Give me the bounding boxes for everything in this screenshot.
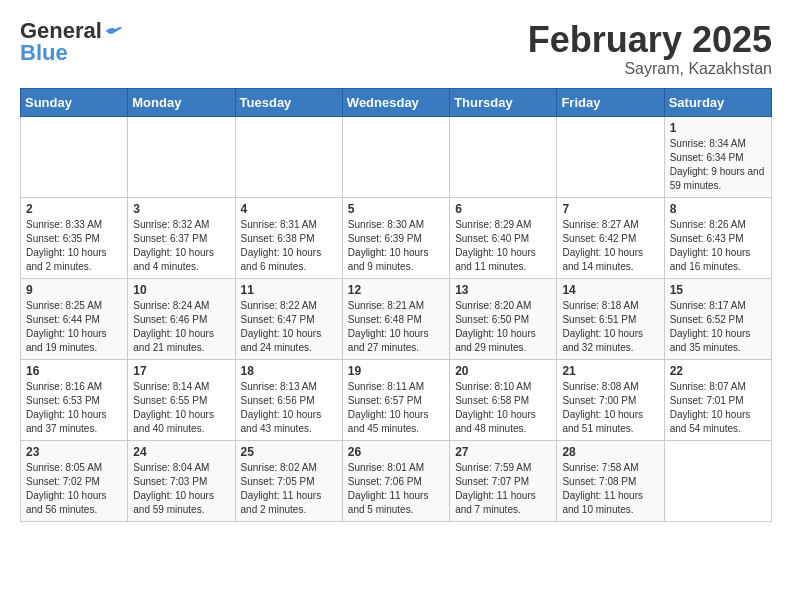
calendar-cell: 5Sunrise: 8:30 AM Sunset: 6:39 PM Daylig…	[342, 197, 449, 278]
calendar-week-5: 23Sunrise: 8:05 AM Sunset: 7:02 PM Dayli…	[21, 440, 772, 521]
calendar-week-4: 16Sunrise: 8:16 AM Sunset: 6:53 PM Dayli…	[21, 359, 772, 440]
calendar-week-1: 1Sunrise: 8:34 AM Sunset: 6:34 PM Daylig…	[21, 116, 772, 197]
day-info: Sunrise: 8:30 AM Sunset: 6:39 PM Dayligh…	[348, 218, 444, 274]
calendar-cell: 4Sunrise: 8:31 AM Sunset: 6:38 PM Daylig…	[235, 197, 342, 278]
calendar-cell: 6Sunrise: 8:29 AM Sunset: 6:40 PM Daylig…	[450, 197, 557, 278]
calendar-cell: 18Sunrise: 8:13 AM Sunset: 6:56 PM Dayli…	[235, 359, 342, 440]
day-number: 11	[241, 283, 337, 297]
calendar-body: 1Sunrise: 8:34 AM Sunset: 6:34 PM Daylig…	[21, 116, 772, 521]
day-number: 25	[241, 445, 337, 459]
day-info: Sunrise: 8:32 AM Sunset: 6:37 PM Dayligh…	[133, 218, 229, 274]
calendar-cell: 27Sunrise: 7:59 AM Sunset: 7:07 PM Dayli…	[450, 440, 557, 521]
calendar-cell: 7Sunrise: 8:27 AM Sunset: 6:42 PM Daylig…	[557, 197, 664, 278]
calendar-cell: 20Sunrise: 8:10 AM Sunset: 6:58 PM Dayli…	[450, 359, 557, 440]
calendar-cell: 10Sunrise: 8:24 AM Sunset: 6:46 PM Dayli…	[128, 278, 235, 359]
calendar-cell: 8Sunrise: 8:26 AM Sunset: 6:43 PM Daylig…	[664, 197, 771, 278]
day-number: 6	[455, 202, 551, 216]
calendar-cell	[664, 440, 771, 521]
day-number: 16	[26, 364, 122, 378]
calendar-table: SundayMondayTuesdayWednesdayThursdayFrid…	[20, 88, 772, 522]
day-number: 2	[26, 202, 122, 216]
day-number: 12	[348, 283, 444, 297]
calendar-cell: 15Sunrise: 8:17 AM Sunset: 6:52 PM Dayli…	[664, 278, 771, 359]
calendar-cell: 17Sunrise: 8:14 AM Sunset: 6:55 PM Dayli…	[128, 359, 235, 440]
day-info: Sunrise: 8:08 AM Sunset: 7:00 PM Dayligh…	[562, 380, 658, 436]
day-info: Sunrise: 8:05 AM Sunset: 7:02 PM Dayligh…	[26, 461, 122, 517]
weekday-header-saturday: Saturday	[664, 88, 771, 116]
day-info: Sunrise: 8:14 AM Sunset: 6:55 PM Dayligh…	[133, 380, 229, 436]
calendar-cell: 22Sunrise: 8:07 AM Sunset: 7:01 PM Dayli…	[664, 359, 771, 440]
day-number: 3	[133, 202, 229, 216]
day-info: Sunrise: 8:13 AM Sunset: 6:56 PM Dayligh…	[241, 380, 337, 436]
calendar-cell	[21, 116, 128, 197]
day-number: 17	[133, 364, 229, 378]
day-number: 22	[670, 364, 766, 378]
logo-blue-text: Blue	[20, 42, 68, 64]
day-info: Sunrise: 8:20 AM Sunset: 6:50 PM Dayligh…	[455, 299, 551, 355]
weekday-header-tuesday: Tuesday	[235, 88, 342, 116]
day-number: 4	[241, 202, 337, 216]
weekday-header-monday: Monday	[128, 88, 235, 116]
logo: General Blue	[20, 20, 124, 64]
day-number: 26	[348, 445, 444, 459]
month-title: February 2025	[528, 20, 772, 60]
day-number: 21	[562, 364, 658, 378]
calendar-cell: 11Sunrise: 8:22 AM Sunset: 6:47 PM Dayli…	[235, 278, 342, 359]
day-number: 13	[455, 283, 551, 297]
day-number: 14	[562, 283, 658, 297]
day-info: Sunrise: 8:27 AM Sunset: 6:42 PM Dayligh…	[562, 218, 658, 274]
calendar-cell: 24Sunrise: 8:04 AM Sunset: 7:03 PM Dayli…	[128, 440, 235, 521]
day-info: Sunrise: 8:01 AM Sunset: 7:06 PM Dayligh…	[348, 461, 444, 517]
day-info: Sunrise: 8:16 AM Sunset: 6:53 PM Dayligh…	[26, 380, 122, 436]
day-info: Sunrise: 8:18 AM Sunset: 6:51 PM Dayligh…	[562, 299, 658, 355]
calendar-cell: 1Sunrise: 8:34 AM Sunset: 6:34 PM Daylig…	[664, 116, 771, 197]
day-info: Sunrise: 8:17 AM Sunset: 6:52 PM Dayligh…	[670, 299, 766, 355]
calendar-week-3: 9Sunrise: 8:25 AM Sunset: 6:44 PM Daylig…	[21, 278, 772, 359]
page-header: General Blue February 2025 Sayram, Kazak…	[20, 20, 772, 78]
calendar-cell	[450, 116, 557, 197]
day-info: Sunrise: 8:02 AM Sunset: 7:05 PM Dayligh…	[241, 461, 337, 517]
day-info: Sunrise: 8:31 AM Sunset: 6:38 PM Dayligh…	[241, 218, 337, 274]
day-info: Sunrise: 8:10 AM Sunset: 6:58 PM Dayligh…	[455, 380, 551, 436]
calendar-cell: 23Sunrise: 8:05 AM Sunset: 7:02 PM Dayli…	[21, 440, 128, 521]
day-number: 15	[670, 283, 766, 297]
day-info: Sunrise: 8:34 AM Sunset: 6:34 PM Dayligh…	[670, 137, 766, 193]
day-info: Sunrise: 8:07 AM Sunset: 7:01 PM Dayligh…	[670, 380, 766, 436]
weekday-header-friday: Friday	[557, 88, 664, 116]
day-info: Sunrise: 8:33 AM Sunset: 6:35 PM Dayligh…	[26, 218, 122, 274]
day-info: Sunrise: 8:22 AM Sunset: 6:47 PM Dayligh…	[241, 299, 337, 355]
day-number: 5	[348, 202, 444, 216]
day-number: 19	[348, 364, 444, 378]
weekday-header-row: SundayMondayTuesdayWednesdayThursdayFrid…	[21, 88, 772, 116]
day-number: 23	[26, 445, 122, 459]
location-subtitle: Sayram, Kazakhstan	[528, 60, 772, 78]
day-number: 27	[455, 445, 551, 459]
logo-text: General	[20, 20, 124, 42]
calendar-cell	[235, 116, 342, 197]
calendar-cell: 13Sunrise: 8:20 AM Sunset: 6:50 PM Dayli…	[450, 278, 557, 359]
calendar-cell: 14Sunrise: 8:18 AM Sunset: 6:51 PM Dayli…	[557, 278, 664, 359]
weekday-header-sunday: Sunday	[21, 88, 128, 116]
calendar-cell	[342, 116, 449, 197]
weekday-header-wednesday: Wednesday	[342, 88, 449, 116]
title-block: February 2025 Sayram, Kazakhstan	[528, 20, 772, 78]
calendar-cell: 19Sunrise: 8:11 AM Sunset: 6:57 PM Dayli…	[342, 359, 449, 440]
day-info: Sunrise: 8:24 AM Sunset: 6:46 PM Dayligh…	[133, 299, 229, 355]
calendar-cell: 26Sunrise: 8:01 AM Sunset: 7:06 PM Dayli…	[342, 440, 449, 521]
day-number: 7	[562, 202, 658, 216]
calendar-cell	[557, 116, 664, 197]
day-number: 8	[670, 202, 766, 216]
calendar-cell	[128, 116, 235, 197]
calendar-cell: 28Sunrise: 7:58 AM Sunset: 7:08 PM Dayli…	[557, 440, 664, 521]
calendar-cell: 9Sunrise: 8:25 AM Sunset: 6:44 PM Daylig…	[21, 278, 128, 359]
day-info: Sunrise: 8:11 AM Sunset: 6:57 PM Dayligh…	[348, 380, 444, 436]
weekday-header-thursday: Thursday	[450, 88, 557, 116]
logo-bird-icon	[104, 24, 124, 38]
day-info: Sunrise: 8:29 AM Sunset: 6:40 PM Dayligh…	[455, 218, 551, 274]
calendar-cell: 21Sunrise: 8:08 AM Sunset: 7:00 PM Dayli…	[557, 359, 664, 440]
day-number: 18	[241, 364, 337, 378]
calendar-header: SundayMondayTuesdayWednesdayThursdayFrid…	[21, 88, 772, 116]
calendar-week-2: 2Sunrise: 8:33 AM Sunset: 6:35 PM Daylig…	[21, 197, 772, 278]
day-info: Sunrise: 8:04 AM Sunset: 7:03 PM Dayligh…	[133, 461, 229, 517]
day-info: Sunrise: 7:58 AM Sunset: 7:08 PM Dayligh…	[562, 461, 658, 517]
